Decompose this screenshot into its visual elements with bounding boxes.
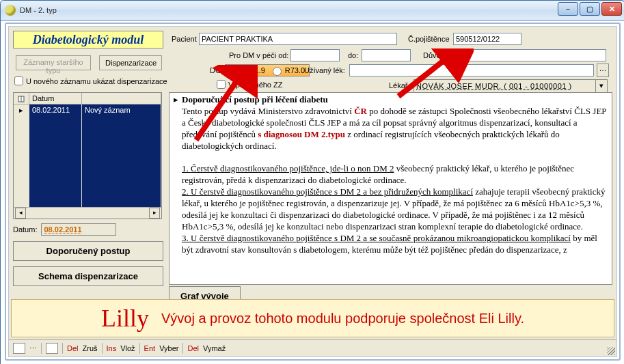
- pacient-field[interactable]: [199, 33, 397, 45]
- sb-del2: Del: [187, 344, 199, 352]
- cpoj-label: Č.pojištěnce: [408, 35, 450, 43]
- row-date[interactable]: 08.02.2011: [29, 104, 82, 207]
- minimize-button[interactable]: –: [558, 2, 578, 16]
- dg-selector[interactable]: E11.9 R73.0: [225, 64, 310, 76]
- maximize-button[interactable]: ▢: [580, 2, 600, 16]
- client-frame: Diabetologický modul Záznamy staršího ty…: [5, 23, 621, 361]
- status-bar: ⋯ Del Zruš Ins Vlož Ent Vyber Del Vymaž: [9, 339, 616, 356]
- content-panel[interactable]: ▸ Doporučující postup při léčení diabetu…: [169, 92, 612, 285]
- lekar-label: Lékař: [389, 81, 408, 89]
- banner-text: Vývoj a provoz tohoto modulu podporuje s…: [161, 311, 524, 326]
- new-record-checkbox[interactable]: U nového záznamu ukázat dispenzarizace: [14, 76, 167, 85]
- sponsor-banner: Lilly Vývoj a provoz tohoto modulu podpo…: [11, 299, 614, 337]
- grid-col-text[interactable]: [82, 93, 161, 104]
- sb-db-icon[interactable]: [46, 343, 58, 354]
- cpoj-field[interactable]: [453, 33, 521, 45]
- sb-book-icon[interactable]: [13, 343, 25, 354]
- lek-field[interactable]: [349, 64, 594, 76]
- dg-radio-e119[interactable]: [233, 67, 242, 76]
- sb-spacer-icon: ⋯: [29, 344, 37, 353]
- dispenzarizace-button[interactable]: Dispenzarizace: [99, 55, 162, 70]
- duvod-label: Důvod:: [423, 51, 447, 59]
- jinezz-checkbox-label: V péči jiného ZZ: [228, 81, 282, 89]
- lilly-logo: Lilly: [101, 304, 149, 333]
- pacient-label: Pacient: [172, 35, 197, 43]
- dg-label: DG: [210, 66, 221, 74]
- lek-label: Užívaný lék:: [304, 66, 345, 74]
- do-field[interactable]: [362, 49, 411, 61]
- records-grid[interactable]: Datum ▸ 08.02.2011 Nový záznam ◂ ▸: [13, 92, 162, 219]
- pece-od-field[interactable]: [290, 49, 340, 61]
- content-title: Doporučující postup při léčení diabetu: [182, 94, 328, 104]
- duvod-field[interactable]: [450, 49, 606, 61]
- dg-radio-r730[interactable]: [273, 67, 282, 76]
- recommended-button[interactable]: Doporučený postup: [13, 241, 163, 261]
- sb-ins: Ins: [107, 344, 117, 352]
- dg-option-r730[interactable]: R73.0: [269, 65, 305, 76]
- row-marker: ▸: [14, 104, 29, 207]
- grid-col-datum[interactable]: Datum: [29, 93, 82, 104]
- grid-header: Datum: [14, 93, 161, 104]
- datum-field[interactable]: [41, 223, 116, 236]
- lekar-value: NOVÁK JOSEF MUDR. ( 001 - 01000001 ): [416, 82, 572, 90]
- sb-ent: Ent: [144, 344, 156, 352]
- new-record-checkbox-input[interactable]: [14, 76, 23, 85]
- new-record-checkbox-label: U nového záznamu ukázat dispenzarizace: [26, 77, 167, 85]
- grid-h-scroll[interactable]: ◂ ▸: [14, 207, 161, 219]
- lekar-combo[interactable]: NOVÁK JOSEF MUDR. ( 001 - 01000001 ): [413, 79, 599, 93]
- jinezz-checkbox[interactable]: V péči jiného ZZ: [217, 80, 282, 89]
- grid-col-marker: [14, 93, 29, 104]
- titlebar[interactable]: DM - 2. typ – ▢ ✕: [1, 1, 624, 20]
- module-title: Diabetologický modul: [13, 31, 163, 48]
- schema-button[interactable]: Schema dispenzarizace: [13, 266, 163, 286]
- close-button[interactable]: ✕: [601, 2, 622, 16]
- datum-label: Datum:: [13, 225, 37, 234]
- sb-zrus[interactable]: Zruš: [83, 344, 98, 352]
- scroll-right-button[interactable]: ▸: [149, 208, 160, 219]
- lekar-dropdown-button[interactable]: ▾: [595, 79, 608, 93]
- old-records-button[interactable]: Záznamy staršího typu: [16, 55, 91, 70]
- pece-od-label: Pro DM v péči od:: [229, 51, 288, 59]
- client-area: Diabetologický modul Záznamy staršího ty…: [8, 26, 617, 357]
- app-window: DM - 2. typ – ▢ ✕ Diabetologický modul Z…: [0, 0, 624, 364]
- table-row[interactable]: ▸ 08.02.2011 Nový záznam: [14, 104, 161, 207]
- sb-vloz[interactable]: Vlož: [120, 344, 135, 352]
- app-icon: [5, 5, 16, 16]
- book-icon: [18, 96, 25, 102]
- lek-browse-button[interactable]: …: [597, 64, 609, 77]
- window-title: DM - 2. typ: [20, 6, 57, 14]
- sb-vyber[interactable]: Vyber: [159, 344, 178, 352]
- dg-option-e119[interactable]: E11.9: [230, 65, 265, 76]
- row-text[interactable]: Nový záznam: [82, 104, 161, 207]
- sb-vymaz[interactable]: Vymaž: [203, 344, 226, 352]
- scroll-left-button[interactable]: ◂: [15, 208, 26, 219]
- bullet-icon: ▸: [174, 94, 178, 106]
- do-label: do:: [348, 51, 358, 59]
- resize-grip[interactable]: [607, 347, 615, 355]
- sb-del1: Del: [67, 344, 79, 352]
- jinezz-checkbox-input[interactable]: [217, 80, 226, 89]
